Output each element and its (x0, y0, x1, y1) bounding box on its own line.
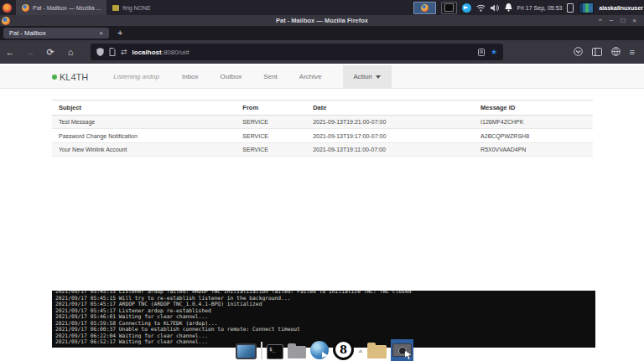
firefox-icon (421, 4, 428, 12)
cell-date: 2021-09-13T19:21:00-07:00 (306, 116, 474, 129)
top-panel: Pat - Mailbox — Mozilla ... flrig NONE (0, 0, 644, 15)
connected-status-dot-icon (52, 75, 57, 80)
forward-button[interactable]: → (20, 40, 40, 64)
url-text[interactable]: localhost:8080/ui# (132, 49, 190, 56)
brand-callsign: KL4TH (60, 72, 88, 82)
dock-separator (261, 342, 262, 359)
cell-message-id: I126MF4ZCHPK (474, 116, 593, 129)
tab-bar: Pat - Mailbox × + (0, 26, 644, 40)
new-tab-button[interactable]: + (117, 27, 122, 39)
table-row[interactable]: Test Message SERVICE 2021-09-13T19:21:00… (52, 116, 593, 129)
taskbar-item-flrig[interactable]: flrig NONE (106, 0, 156, 15)
sidebar-toggle-icon[interactable] (592, 44, 602, 59)
eight-app-icon[interactable]: 8 (333, 339, 354, 360)
cursor-icon (322, 352, 330, 360)
listening-status: Listening ardop (113, 73, 159, 80)
terminal-line: 2021/09/17 06:00:37 Unable to establish … (55, 326, 595, 333)
pat-navbar: KL4TH Listening ardop Inbox Outbox Sent … (0, 65, 644, 89)
nav-item-inbox[interactable]: Inbox (171, 65, 210, 89)
terminal-line: 2021/09/17 05:59:58 Connecting to KL7EDK… (55, 320, 595, 327)
table-header-row: Subject From Date Message ID (52, 101, 593, 116)
mailbox-table-container: Subject From Date Message ID Test Messag… (52, 100, 593, 157)
table-row[interactable]: Your New Winlink Account SERVICE 2021-09… (52, 142, 593, 156)
browser-toolbar: ← → ⟳ ⌂ ⇄ localhost:8080/ui# ★ (0, 40, 644, 64)
action-label: Action (354, 73, 372, 80)
taskbar-item-label: Pat - Mailbox — Mozilla ... (33, 5, 101, 11)
volume-icon[interactable] (491, 4, 500, 12)
brand[interactable]: KL4TH (52, 72, 88, 82)
battery-icon[interactable] (567, 3, 574, 13)
hamburger-menu-icon[interactable]: ≡ (630, 47, 635, 57)
terminal-icon[interactable]: $_ (267, 344, 283, 359)
shade-button[interactable]: ^ (599, 15, 602, 26)
web-browser-globe-icon[interactable] (310, 341, 329, 359)
terminal-icon (444, 3, 454, 12)
cell-from: SERVICE (236, 116, 306, 129)
system-tray: Fri 17 Sep, 05:53 alaskalinuxuser (413, 2, 644, 14)
workspace-preview-firefox[interactable] (413, 2, 436, 14)
back-button[interactable]: ← (0, 40, 20, 64)
urlbar-actions: ★ (478, 44, 497, 59)
screenshot-camera-icon[interactable] (391, 339, 413, 361)
username-label: alaskalinuxuser (599, 5, 643, 11)
bookmark-star-icon[interactable]: ★ (491, 48, 497, 56)
close-button[interactable]: × (632, 15, 636, 26)
cpu-graph-icon[interactable] (579, 3, 594, 13)
cell-subject: Password Change Notification (52, 129, 236, 142)
page-info-icon[interactable] (109, 44, 116, 59)
terminal-line: 2021/09/17 05:45:15 Will try to re-estab… (55, 295, 595, 302)
action-dropdown-button[interactable]: Action (343, 65, 392, 89)
url-path: :8080/ui# (162, 49, 190, 56)
applications-menu-icon[interactable] (3, 3, 12, 13)
terminal-line: 2021/09/17 05:45:17 ARDOP TNC (ARDOP TNC… (55, 301, 595, 307)
taskbar-item-label: flrig NONE (122, 5, 150, 11)
url-bar[interactable]: ⇄ localhost:8080/ui# ★ (91, 44, 503, 60)
extension-globe-icon[interactable] (611, 44, 621, 59)
home-button[interactable]: ⌂ (60, 40, 80, 64)
terminal-line: 2021/09/17 05:45:17 Listener ardop re-es… (55, 307, 595, 314)
taskbar-item-firefox[interactable]: Pat - Mailbox — Mozilla ... (16, 0, 106, 15)
header-from: From (236, 101, 306, 116)
tan-folder-icon[interactable] (367, 345, 387, 358)
notification-bell-icon[interactable] (505, 3, 512, 12)
cell-date: 2021-09-13T19:17:00-07:00 (306, 129, 474, 142)
cell-from: SERVICE (236, 129, 306, 142)
tab-close-icon[interactable]: × (99, 29, 103, 37)
table-row[interactable]: Password Change Notification SERVICE 202… (52, 129, 593, 142)
flrig-icon (112, 5, 119, 11)
workspace-preview-terminal[interactable] (441, 2, 457, 14)
pocket-icon[interactable] (574, 44, 583, 59)
firefox-icon (22, 4, 29, 12)
reload-button[interactable]: ⟳ (40, 40, 60, 64)
dock-handle-icon[interactable] (358, 349, 363, 353)
shield-icon[interactable] (96, 44, 104, 59)
icon-dock: $_ 8 (236, 337, 413, 361)
cell-subject: Your New Winlink Account (52, 142, 236, 156)
cell-date: 2021-09-13T19:11:00-07:00 (306, 142, 474, 156)
tab-pat-mailbox[interactable]: Pat - Mailbox × (3, 28, 109, 39)
display-icon[interactable] (236, 343, 257, 359)
toolbar-right-icons: ≡ (574, 44, 644, 59)
save-page-icon[interactable] (478, 44, 485, 59)
switch-protocol-icon[interactable]: ⇄ (121, 48, 127, 56)
cell-subject: Test Message (52, 116, 236, 129)
window-titlebar: Pat - Mailbox — Mozilla Firefox ^ − □ × (0, 15, 644, 26)
header-date: Date (306, 101, 474, 116)
maximize-button[interactable]: □ (621, 15, 625, 26)
desktop: Pat - Mailbox — Mozilla ... flrig NONE (0, 0, 644, 361)
nav-item-archive[interactable]: Archive (288, 65, 333, 89)
minimize-button[interactable]: − (610, 15, 614, 26)
nav-item-outbox[interactable]: Outbox (210, 65, 253, 89)
mailbox-table: Subject From Date Message ID Test Messag… (52, 100, 593, 157)
cell-message-id: A2BCQPWZRSH8 (474, 129, 593, 142)
cell-from: SERVICE (236, 142, 306, 156)
nav-item-sent[interactable]: Sent (252, 65, 288, 89)
telegram-icon[interactable] (462, 3, 471, 13)
chevron-down-icon (376, 75, 381, 79)
wifi-icon[interactable] (476, 4, 486, 12)
url-host: localhost (132, 49, 162, 56)
panel-clock[interactable]: Fri 17 Sep, 05:53 (517, 5, 563, 11)
window-controls: ^ − □ × (599, 15, 644, 26)
gray-folder-icon[interactable] (288, 346, 306, 358)
tab-title: Pat - Mailbox (9, 29, 46, 37)
